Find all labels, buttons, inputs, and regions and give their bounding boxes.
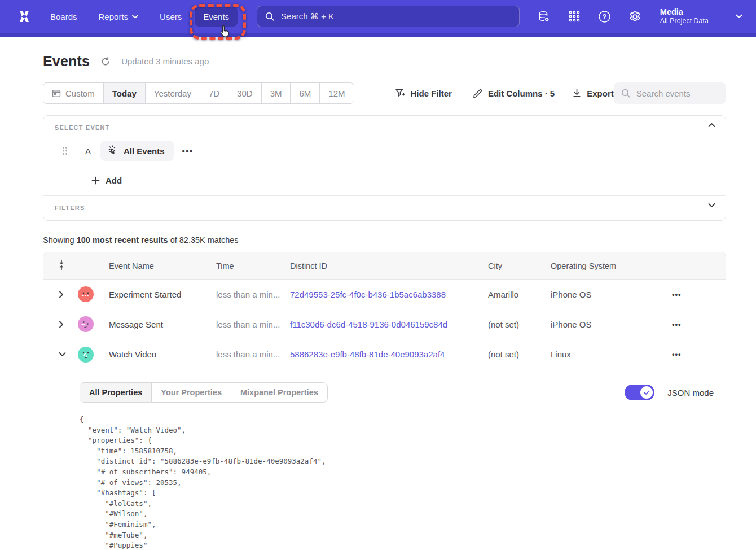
date-range-12m[interactable]: 12M [320,83,353,103]
date-range-control: Custom Today Yesterday 7D 30D 3M 6M 12M [43,82,354,104]
export-button[interactable]: Export [572,88,614,98]
filter-icon [395,88,406,98]
os-cell: iPhone OS [551,290,667,299]
chevron-down-icon [132,15,138,19]
check-icon [644,390,650,395]
distinct-id-link[interactable]: 72d49553-25fc-4f0c-b436-1b5ac6ab3388 [290,290,488,299]
city-cell: (not set) [488,350,551,359]
chevron-right-icon [59,321,64,328]
date-range-today[interactable]: Today [104,83,146,103]
select-event-label: SELECT EVENT [55,124,714,131]
event-name-cell: Experiment Started [109,290,216,299]
event-avatar [78,286,94,302]
event-avatar [78,316,94,332]
event-name-cell: Watch Video [109,350,216,359]
event-row-letter: A [81,146,95,156]
col-header-distinct-id[interactable]: Distinct ID [290,261,488,270]
table-row[interactable]: Experiment Started less than a min... 72… [43,280,726,309]
project-switcher[interactable]: Media All Project Data [660,7,709,26]
help-icon[interactable]: ? [598,10,612,23]
chevron-down-icon [59,352,66,357]
table-header-row: Event Name Time Distinct ID City Operati… [43,252,726,280]
col-header-event-name[interactable]: Event Name [109,261,216,270]
calendar-icon [52,89,61,98]
collapse-row-button[interactable] [43,352,73,357]
tab-mixpanel-properties[interactable]: Mixpanel Properties [231,383,327,402]
col-header-os[interactable]: Operating System [551,261,667,270]
query-builder-card: SELECT EVENT A All Events ••• Add [43,115,726,221]
search-events-input[interactable]: Search events [614,82,726,104]
plus-icon [91,176,100,185]
event-avatar [78,347,94,363]
updated-timestamp: Updated 3 minutes ago [121,56,209,66]
edit-columns-button[interactable]: Edit Columns · 5 [473,88,555,98]
svg-text:?: ? [603,12,606,20]
search-icon [265,12,275,21]
time-cell: less than a min... [216,320,283,329]
city-cell: (not set) [488,320,551,329]
date-range-30d[interactable]: 30D [228,83,262,103]
tab-all-properties[interactable]: All Properties [80,383,152,402]
row-more-button[interactable]: ••• [667,320,682,329]
search-icon [621,89,631,98]
hide-filter-button[interactable]: Hide Filter [395,88,452,98]
download-icon [572,88,582,98]
event-selector-label: All Events [124,146,165,156]
col-header-city[interactable]: City [488,261,551,270]
distinct-id-link[interactable]: f11c30d6-dc6d-4518-9136-0d046159c84d [290,320,488,329]
data-management-icon[interactable] [537,10,551,23]
top-navbar: Boards Reports Users Events Search ⌘ + K [0,0,756,33]
nav-items: Boards Reports Users Events [42,7,238,27]
click-sparkle-icon [107,145,118,156]
tab-your-properties[interactable]: Your Properties [152,383,231,402]
refresh-icon [100,56,111,67]
table-row-expanded[interactable]: Watch Video less than a min... 5886283e-… [43,339,726,369]
refresh-button[interactable] [100,56,111,67]
date-range-3m[interactable]: 3M [262,83,291,103]
nav-item-users[interactable]: Users [151,7,190,27]
row-more-button[interactable]: ••• [667,350,682,359]
settings-gear-icon[interactable] [628,10,642,23]
chevron-right-icon [59,291,64,298]
toggle-knob [640,386,653,399]
add-event-button[interactable]: Add [91,176,714,185]
col-header-time[interactable]: Time [216,261,290,270]
event-selector[interactable]: All Events [100,141,174,161]
event-json-viewer: { "event": "Watch Video", "properties": … [80,414,714,550]
time-cell: less than a min... [216,290,283,299]
expand-row-button[interactable] [43,291,73,298]
table-row[interactable]: Message Sent less than a min... f11c30d6… [43,309,726,339]
time-cell: less than a min... [216,339,281,369]
date-range-custom[interactable]: Custom [43,83,104,103]
json-mode-toggle[interactable] [625,385,654,400]
project-name: Media [660,7,709,17]
events-table: Event Name Time Distinct ID City Operati… [43,252,726,550]
chevron-down-icon[interactable] [708,203,715,208]
os-cell: Linux [551,350,667,359]
search-events-placeholder: Search events [636,89,691,98]
event-detail-panel: All Properties Your Properties Mixpanel … [43,369,726,550]
date-range-yesterday[interactable]: Yesterday [146,83,200,103]
apps-grid-icon[interactable] [568,10,581,23]
pencil-icon [473,88,483,98]
chevron-up-icon[interactable] [708,123,715,128]
json-mode-label: JSON mode [667,388,714,398]
navbar-bottom-edge [0,33,756,37]
filters-label: FILTERS [55,204,714,211]
mixpanel-logo[interactable] [15,7,34,26]
row-more-button[interactable]: ••• [667,290,682,299]
sort-icon[interactable] [43,259,73,273]
date-range-6m[interactable]: 6M [291,83,320,103]
results-summary: Showing 100 most recent results of 82.35… [43,235,726,245]
date-range-7d[interactable]: 7D [200,83,228,103]
event-name-cell: Message Sent [109,320,216,329]
nav-item-reports[interactable]: Reports [90,7,147,27]
drag-handle-icon[interactable] [60,146,69,155]
event-more-button[interactable]: ••• [182,146,194,156]
nav-item-events[interactable]: Events [195,7,238,27]
distinct-id-link[interactable]: 5886283e-e9fb-48fb-81de-40e9093a2af4 [290,350,488,359]
chevron-down-icon[interactable] [736,14,742,19]
global-search-input[interactable]: Search ⌘ + K [257,6,520,27]
expand-row-button[interactable] [43,321,73,328]
nav-item-boards[interactable]: Boards [42,7,86,27]
